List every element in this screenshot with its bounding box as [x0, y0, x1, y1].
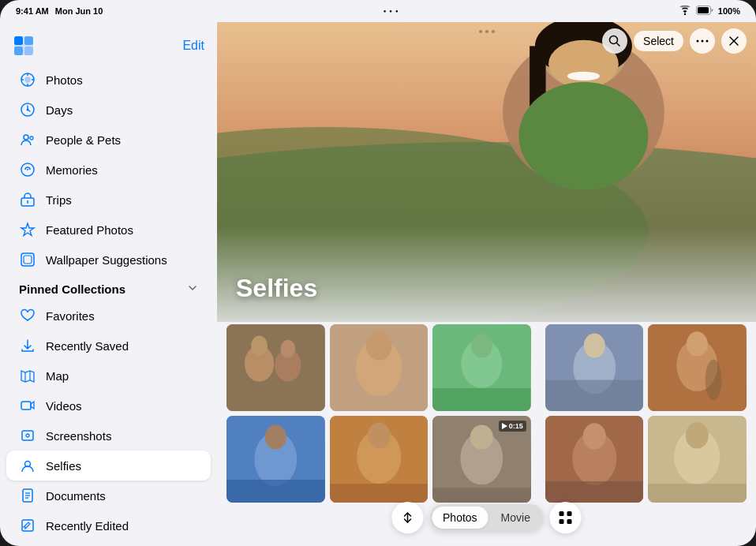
sidebar-item-recently-edited[interactable]: Recently Edited [6, 510, 211, 540]
photos-icon [19, 71, 36, 88]
battery-percentage: 100% [718, 6, 740, 16]
thumb-row-1 [226, 324, 747, 411]
svg-rect-4 [14, 36, 23, 45]
status-date: Mon Jun 10 [55, 6, 103, 16]
close-button[interactable] [721, 28, 747, 54]
days-label: Days [46, 103, 73, 117]
trips-icon [19, 191, 36, 208]
sidebar-edit-button[interactable]: Edit [182, 39, 204, 53]
sidebar-item-documents[interactable]: Documents [6, 481, 211, 510]
thumb-item-6[interactable] [226, 416, 325, 503]
battery-icon [696, 6, 713, 17]
svg-rect-72 [545, 380, 644, 411]
thumb-item-2[interactable] [330, 324, 429, 411]
recently-saved-icon [19, 337, 36, 354]
status-bar-left: 9:41 AM Mon Jun 10 [16, 6, 103, 16]
recently-edited-label: Recently Edited [46, 519, 129, 533]
svg-rect-84 [330, 484, 429, 503]
thumb-item-4[interactable] [545, 324, 644, 411]
main-layout: Edit Photos [0, 22, 756, 546]
pinned-collections-chevron [187, 282, 198, 296]
content-area: Select [217, 22, 756, 546]
selfies-label: Selfies [46, 459, 81, 473]
svg-rect-97 [560, 511, 564, 516]
svg-rect-23 [24, 256, 32, 264]
svg-rect-80 [226, 480, 325, 503]
sidebar-item-favorites[interactable]: Favorites [6, 301, 211, 331]
center-dots [479, 30, 495, 33]
svg-point-0 [684, 13, 686, 15]
sidebar-item-wallpaper[interactable]: Wallpaper Suggestions [6, 245, 211, 275]
recently-edited-icon [19, 517, 36, 534]
pinned-collections-header[interactable]: Pinned Collections [0, 275, 217, 301]
sidebar-header: Edit [0, 32, 217, 65]
sidebar-item-screenshots[interactable]: Screenshots [6, 421, 211, 451]
map-label: Map [46, 369, 69, 383]
thumb-item-8[interactable]: 0:15 [432, 416, 531, 503]
photos-view-button[interactable]: Photos [432, 507, 488, 529]
center-dot-1: ● [384, 9, 387, 13]
svg-point-95 [686, 422, 709, 448]
videos-label: Videos [46, 399, 82, 413]
svg-rect-68 [432, 388, 531, 411]
thumb-item-5[interactable] [648, 324, 747, 411]
svg-point-40 [697, 40, 699, 43]
svg-point-91 [583, 423, 606, 449]
recently-saved-label: Recently Saved [46, 339, 129, 353]
svg-point-71 [584, 333, 605, 357]
sidebar-item-memories[interactable]: Memories [6, 155, 211, 185]
sort-button[interactable] [391, 502, 423, 533]
svg-point-83 [367, 422, 390, 448]
sidebar-item-recently-saved[interactable]: Recently Saved [6, 331, 211, 361]
sidebar-item-videos[interactable]: Videos [6, 391, 211, 421]
people-pets-icon [19, 131, 36, 148]
sidebar-item-trips[interactable]: Trips [6, 185, 211, 215]
featured-photos-label: Featured Photos [46, 223, 133, 237]
selfies-icon [19, 457, 36, 474]
content-toolbar: Select [602, 28, 747, 54]
sidebar-item-recently-viewed[interactable]: Recently Viewed [6, 540, 211, 546]
more-button[interactable] [690, 28, 715, 54]
hero-image: Selfies [217, 22, 756, 322]
bottom-controls: Photos Movie [391, 502, 582, 533]
sidebar-item-people-pets[interactable]: People & Pets [6, 125, 211, 155]
status-time: 9:41 AM [16, 6, 49, 16]
trips-label: Trips [46, 193, 72, 207]
status-bar-right: 100% [679, 6, 740, 17]
thumb-item-1[interactable] [226, 324, 325, 411]
search-button[interactable] [602, 28, 627, 54]
svg-point-16 [24, 135, 28, 140]
svg-point-79 [265, 424, 286, 449]
svg-point-76 [705, 360, 722, 401]
sidebar-item-selfies[interactable]: Selfies [6, 451, 211, 481]
sidebar-item-photos[interactable]: Photos [6, 65, 211, 95]
pinned-collections-title: Pinned Collections [19, 282, 125, 296]
documents-label: Documents [46, 489, 106, 503]
svg-point-87 [470, 424, 493, 449]
dot-2 [485, 30, 488, 33]
thumb-item-10[interactable] [648, 416, 747, 503]
svg-point-9 [24, 77, 31, 83]
movie-view-button[interactable]: Movie [490, 507, 541, 529]
memories-icon [19, 161, 36, 178]
memories-label: Memories [46, 163, 98, 177]
svg-rect-34 [22, 520, 33, 531]
select-button[interactable]: Select [634, 31, 683, 51]
svg-rect-26 [21, 402, 31, 410]
svg-rect-60 [226, 324, 325, 411]
sidebar-item-days[interactable]: Days [6, 95, 211, 125]
svg-point-41 [702, 40, 704, 43]
thumb-item-9[interactable] [545, 416, 644, 503]
svg-rect-64 [330, 324, 429, 411]
sidebar-item-map[interactable]: Map [6, 361, 211, 391]
svg-point-75 [687, 331, 708, 356]
grid-button[interactable] [550, 502, 582, 533]
thumb-item-7[interactable] [330, 416, 429, 503]
center-dot-2: ● [389, 9, 392, 13]
center-dot-3: ● [395, 9, 399, 13]
sidebar-item-featured-photos[interactable]: Featured Photos [6, 215, 211, 245]
svg-rect-5 [24, 36, 33, 45]
sidebar-logo-icon [13, 35, 35, 57]
photos-label: Photos [46, 73, 83, 87]
thumb-item-3[interactable] [432, 324, 531, 411]
